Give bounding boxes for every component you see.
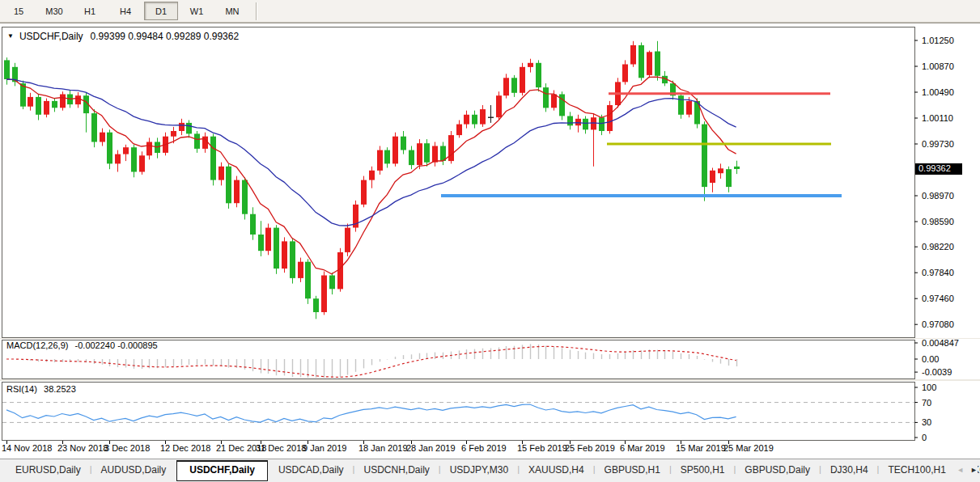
period-button-h1[interactable]: H1 [73, 2, 107, 20]
toolbar-separator [256, 2, 257, 20]
period-button-d1[interactable]: D1 [144, 2, 178, 20]
timeframe-toolbar: 15M30H1H4D1W1MN [0, 0, 980, 23]
mt4-terminal: 15M30H1H4D1W1MN ▼ USDCHF,Daily 0.99399 0… [0, 0, 980, 482]
chart-window[interactable]: ▼ USDCHF,Daily 0.99399 0.99484 0.99289 0… [0, 23, 980, 459]
period-button-m30[interactable]: M30 [37, 2, 71, 20]
tab-xauusd-h4[interactable]: XAUUSD,H4 [520, 460, 593, 480]
period-button-15[interactable]: 15 [2, 2, 36, 20]
period-button-w1[interactable]: W1 [180, 2, 214, 20]
tab-eurusd-daily[interactable]: EURUSD,Daily [6, 460, 90, 480]
tab-usdjpy-m30[interactable]: USDJPY,M30 [441, 460, 517, 480]
chart-canvas[interactable] [0, 23, 980, 459]
tab-audusd-daily[interactable]: AUDUSD,Daily [92, 460, 176, 480]
period-button-h4[interactable]: H4 [108, 2, 142, 20]
tab-usdcnh-daily[interactable]: USDCNH,Daily [354, 460, 438, 480]
tab-sp500-h1[interactable]: SP500,H1 [672, 460, 734, 480]
tab-scroll-right-icon[interactable]: ► [970, 465, 978, 475]
period-button-mn[interactable]: MN [215, 2, 249, 20]
tab-tech100-h1[interactable]: TECH100,H1 [879, 460, 954, 480]
tab-usdcad-daily[interactable]: USDCAD,Daily [269, 460, 353, 480]
tab-usdchf-daily[interactable]: USDCHF,Daily [176, 460, 268, 481]
tab-gbpusd-daily[interactable]: GBPUSD,Daily [736, 460, 819, 480]
chart-tab-bar: EURUSD,Daily|AUDUSD,DailyUSDCHF,DailyUSD… [0, 459, 980, 482]
tab-scroll-controls: ◄ ► [952, 465, 978, 475]
tab-dj30-h4[interactable]: DJ30,H4 [821, 460, 877, 480]
tab-scroll-left-icon[interactable]: ◄ [957, 465, 964, 475]
tab-gbpusd-h1[interactable]: GBPUSD,H1 [596, 460, 669, 480]
